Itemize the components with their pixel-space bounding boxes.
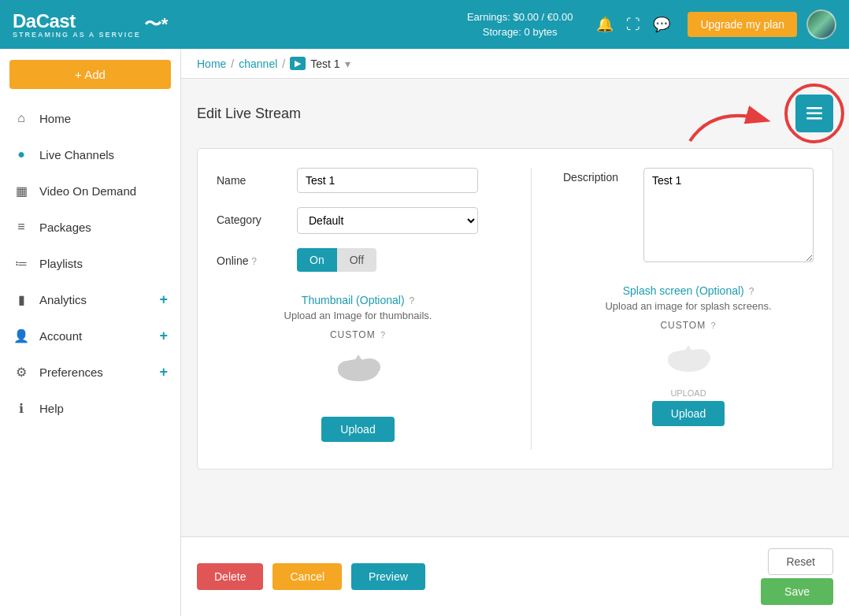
breadcrumb-sep2: / (282, 58, 285, 70)
header-icons: 🔔 ⛶ 💬 (596, 16, 670, 33)
description-label: Description (563, 168, 634, 184)
category-row: Category Default Sports News Entertainme… (217, 207, 499, 234)
storage-line: Storage: 0 bytes (467, 24, 573, 40)
upgrade-button[interactable]: Upgrade my plan (688, 12, 797, 37)
earnings-display: Earnings: $0.00 / €0.00 Storage: 0 bytes (467, 9, 573, 40)
packages-icon: ≡ (13, 218, 30, 236)
svg-rect-3 (806, 117, 822, 120)
thumbnail-section: Thumbnail (Optional) ? Upload an Image f… (217, 286, 499, 450)
logo-text: DaCast (13, 10, 141, 32)
category-label: Category (217, 207, 287, 226)
breadcrumb: Home / channel / ▶ Test 1 ▾ (181, 49, 849, 79)
sidebar-item-packages[interactable]: ≡ Packages (0, 209, 180, 245)
splash-custom-text: CUSTOM (660, 320, 706, 331)
online-row: Online ? On Off (217, 248, 499, 272)
splash-upload-button[interactable]: Upload (652, 401, 725, 426)
sidebar-item-label-account: Account (39, 329, 82, 343)
sidebar-item-label-playlists: Playlists (39, 257, 83, 270)
sidebar-item-playlists[interactable]: ≔ Playlists (0, 245, 180, 281)
online-label: Online ? (217, 248, 287, 267)
sidebar-item-preferences[interactable]: ⚙ Preferences + (0, 354, 180, 390)
svg-rect-1 (806, 107, 822, 109)
splash-subtitle: Upload an image for splash screens. (563, 300, 814, 312)
sidebar-item-label-home: Home (39, 112, 71, 125)
thumbnail-title-text: Thumbnail (Optional) (302, 294, 405, 306)
save-button[interactable]: Save (761, 578, 833, 605)
splash-title: Splash screen (Optional) ? (563, 284, 814, 297)
breadcrumb-channel[interactable]: channel (239, 58, 277, 70)
fullscreen-icon[interactable]: ⛶ (626, 17, 640, 33)
sidebar-item-label-help: Help (39, 402, 64, 415)
thumbnail-help-icon[interactable]: ? (409, 295, 414, 306)
toggle-off-button[interactable]: Off (337, 248, 376, 272)
category-select[interactable]: Default Sports News Entertainment (297, 207, 478, 234)
chat-icon[interactable]: 💬 (653, 16, 670, 33)
preview-button[interactable]: Preview (351, 563, 425, 590)
breadcrumb-current: Test 1 (310, 58, 339, 70)
help-icon: ℹ (13, 399, 30, 417)
cancel-button[interactable]: Cancel (272, 563, 342, 590)
name-row: Name (217, 168, 499, 193)
vod-icon: ▦ (13, 182, 30, 199)
name-label: Name (217, 168, 287, 187)
channel-icon: ▶ (290, 57, 306, 70)
sidebar-item-vod[interactable]: ▦ Video On Demand (0, 173, 180, 209)
account-icon: 👤 (13, 327, 30, 344)
menu-button[interactable] (795, 95, 833, 132)
form-left-column: Name Category Default Sports News Entert… (217, 168, 499, 450)
sidebar-item-analytics[interactable]: ▮ Analytics + (0, 281, 180, 317)
sidebar: + Add ⌂ Home ● Live Channels ▦ Video On … (0, 49, 181, 616)
sidebar-item-label-live: Live Channels (39, 148, 114, 161)
logo-sub: STREAMING AS A SERVICE (13, 31, 141, 39)
sidebar-item-help[interactable]: ℹ Help (0, 390, 180, 426)
form-title: Edit Live Stream (197, 106, 301, 122)
logo-wave: 〜* (144, 13, 169, 36)
splash-section: Splash screen (Optional) ? Upload an ima… (563, 276, 814, 434)
live-channels-icon: ● (13, 146, 30, 163)
avatar[interactable] (806, 9, 836, 39)
thumbnail-cloud-icon (217, 347, 499, 396)
add-button[interactable]: + Add (9, 60, 171, 89)
header: DaCast STREAMING AS A SERVICE 〜* Earning… (0, 0, 849, 49)
annotation-arrow (682, 98, 777, 148)
thumbnail-custom-help-icon[interactable]: ? (380, 330, 386, 340)
thumbnail-title: Thumbnail (Optional) ? (217, 294, 499, 306)
splash-custom-help-icon[interactable]: ? (711, 321, 717, 330)
sidebar-item-live-channels[interactable]: ● Live Channels (0, 136, 180, 173)
splash-upload-label: UPLOAD (563, 388, 814, 398)
sidebar-item-label-packages: Packages (39, 221, 91, 234)
notification-icon[interactable]: 🔔 (596, 16, 614, 33)
form-area: Edit Live Stream (181, 79, 849, 536)
earnings-line1: Earnings: $0.00 / €0.00 (467, 9, 573, 25)
online-help-icon[interactable]: ? (251, 256, 257, 267)
delete-button[interactable]: Delete (197, 563, 263, 590)
thumbnail-custom-text: CUSTOM (330, 329, 376, 340)
sidebar-item-account[interactable]: 👤 Account + (0, 317, 180, 354)
logo: DaCast STREAMING AS A SERVICE 〜* (13, 10, 168, 39)
playlists-icon: ≔ (13, 254, 30, 272)
sidebar-item-label-preferences: Preferences (39, 366, 103, 379)
toggle-on-button[interactable]: On (297, 248, 337, 272)
thumbnail-custom-label: CUSTOM ? (217, 329, 499, 340)
analytics-plus-icon: + (159, 291, 168, 308)
main-layout: + Add ⌂ Home ● Live Channels ▦ Video On … (0, 49, 849, 616)
breadcrumb-home[interactable]: Home (197, 58, 226, 70)
thumbnail-upload-button[interactable]: Upload (321, 417, 394, 442)
menu-icon-wrapper (795, 95, 833, 132)
splash-cloud-icon (563, 337, 814, 387)
sidebar-item-label-analytics: Analytics (39, 293, 87, 306)
form-header: Edit Live Stream (197, 95, 833, 132)
splash-help-icon[interactable]: ? (749, 286, 754, 297)
name-input[interactable] (297, 168, 478, 193)
splash-custom-label: CUSTOM ? (563, 320, 814, 331)
svg-rect-2 (806, 113, 822, 115)
description-row: Description Test 1 (563, 168, 814, 262)
form-grid: Name Category Default Sports News Entert… (197, 148, 833, 469)
sidebar-item-home[interactable]: ⌂ Home (0, 100, 180, 136)
online-toggle: On Off (297, 248, 376, 272)
description-textarea[interactable]: Test 1 (643, 168, 814, 262)
reset-button[interactable]: Reset (768, 548, 833, 575)
analytics-icon: ▮ (13, 291, 30, 308)
breadcrumb-dropdown-icon[interactable]: ▾ (345, 58, 350, 70)
home-icon: ⌂ (13, 109, 30, 127)
